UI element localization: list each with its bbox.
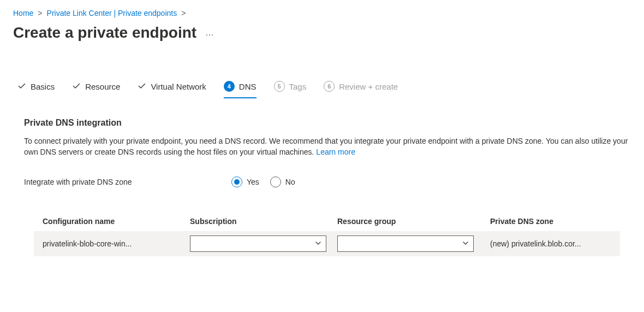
tab-virtual-network[interactable]: Virtual Network — [138, 82, 206, 98]
breadcrumb-separator: > — [181, 9, 186, 17]
radio-label: No — [285, 178, 295, 186]
tab-label: Review + create — [339, 82, 398, 91]
section-heading-dns-integration: Private DNS integration — [13, 118, 631, 128]
tab-resource[interactable]: Resource — [72, 82, 120, 98]
step-number-icon: 6 — [324, 81, 335, 92]
radio-icon — [231, 176, 242, 187]
chevron-down-icon — [462, 239, 469, 248]
tab-label: Basics — [31, 82, 55, 91]
table-header-row: Configuration name Subscription Resource… — [34, 211, 620, 231]
radio-label: Yes — [247, 178, 259, 186]
integrate-dns-row: Integrate with private DNS zone Yes No — [13, 176, 631, 187]
table-row: privatelink-blob-core-win... (new) priva… — [34, 231, 620, 256]
subscription-select[interactable] — [190, 236, 326, 252]
dns-zone-table: Configuration name Subscription Resource… — [13, 211, 631, 256]
tab-review-create[interactable]: 6 Review + create — [324, 81, 398, 98]
radio-yes[interactable]: Yes — [231, 176, 259, 187]
check-icon — [17, 82, 26, 91]
breadcrumb-home[interactable]: Home — [13, 9, 33, 17]
step-number-icon: 4 — [224, 81, 235, 92]
col-header-resource-group: Resource group — [337, 217, 490, 226]
radio-no[interactable]: No — [270, 176, 295, 187]
integrate-dns-label: Integrate with private DNS zone — [24, 178, 231, 186]
tab-label: DNS — [239, 82, 257, 91]
resource-group-select[interactable] — [337, 236, 474, 252]
cell-resource-group — [337, 236, 490, 252]
tab-label: Resource — [85, 82, 120, 91]
chevron-down-icon — [315, 239, 321, 248]
tab-label: Tags — [289, 82, 307, 91]
check-icon — [138, 82, 146, 91]
step-number-icon: 5 — [274, 81, 285, 92]
integrate-dns-radio-group: Yes No — [231, 176, 295, 187]
page-title-row: Create a private endpoint … — [13, 24, 631, 42]
breadcrumb-private-link-center[interactable]: Private Link Center | Private endpoints — [47, 9, 177, 17]
col-header-subscription: Subscription — [190, 217, 337, 226]
wizard-tabs: Basics Resource Virtual Network 4 DNS 5 … — [13, 81, 631, 98]
radio-icon — [270, 176, 281, 187]
col-header-config: Configuration name — [43, 217, 190, 226]
col-header-private-dns-zone: Private DNS zone — [490, 217, 611, 226]
section-description: To connect privately with your private e… — [13, 136, 630, 158]
breadcrumb: Home > Private Link Center | Private end… — [13, 9, 631, 17]
cell-config-name: privatelink-blob-core-win... — [43, 239, 190, 248]
tab-dns[interactable]: 4 DNS — [224, 81, 257, 98]
cell-subscription — [190, 236, 337, 252]
learn-more-link[interactable]: Learn more — [316, 148, 355, 156]
more-icon[interactable]: … — [205, 28, 214, 38]
cell-private-dns-zone: (new) privatelink.blob.cor... — [490, 239, 611, 248]
breadcrumb-separator: > — [38, 9, 42, 17]
tab-basics[interactable]: Basics — [17, 82, 55, 98]
tab-label: Virtual Network — [151, 82, 206, 91]
tab-tags[interactable]: 5 Tags — [274, 81, 307, 98]
check-icon — [72, 82, 81, 91]
page-title: Create a private endpoint — [13, 24, 196, 42]
